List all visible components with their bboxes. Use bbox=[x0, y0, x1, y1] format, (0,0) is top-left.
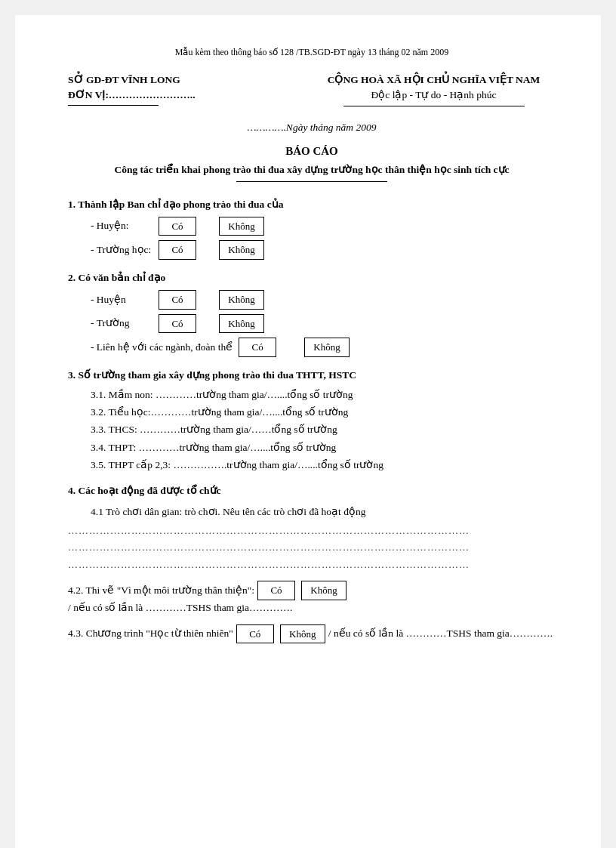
section3-item3: 3.3. THCS: …………trường tham gia/……tổng số… bbox=[91, 422, 556, 437]
section4-item42-co[interactable]: Có bbox=[257, 581, 295, 600]
report-subtitle: Công tác triển khai phong trào thi đua x… bbox=[68, 162, 556, 177]
country-underline bbox=[343, 106, 525, 106]
country-motto: Độc lập - Tự do - Hạnh phúc bbox=[312, 88, 556, 103]
date-line: ………….Ngày tháng năm 2009 bbox=[68, 120, 556, 135]
section1-row2: - Trường học: Có Không bbox=[91, 240, 556, 260]
report-title: BÁO CÁO bbox=[68, 143, 556, 160]
org-unit: ĐƠN VỊ:…………………….. bbox=[68, 88, 312, 103]
date-text: ………….Ngày tháng năm 2009 bbox=[247, 122, 376, 133]
section2-row2-co[interactable]: Có bbox=[159, 314, 196, 334]
org-name: SỞ GD-ĐT VĨNH LONG bbox=[68, 72, 312, 88]
section2-lienhe-row: - Liên hệ với các ngành, đoàn thể Có Khô… bbox=[91, 338, 556, 357]
page: Mẫu kèm theo thông báo số 128 /TB.SGD-ĐT… bbox=[15, 15, 601, 848]
section2-row1-label: - Huyện bbox=[91, 292, 159, 307]
section2-row1-khong[interactable]: Không bbox=[219, 290, 264, 310]
org-header: SỞ GD-ĐT VĨNH LONG ĐƠN VỊ:…………………….. CỘN… bbox=[68, 72, 556, 106]
title-underline bbox=[236, 181, 387, 182]
section1-row2-khong[interactable]: Không bbox=[219, 240, 264, 260]
section1-row1-khong[interactable]: Không bbox=[219, 217, 264, 236]
org-underline bbox=[68, 105, 159, 106]
section1-title: 1. Thành lập Ban chỉ đạo phong trào thi … bbox=[68, 197, 556, 212]
section3-item5: 3.5. THPT cấp 2,3: …………….trường tham gia… bbox=[91, 458, 556, 473]
section3-item2: 3.2. Tiểu học:…………trường tham gia/…....t… bbox=[91, 405, 556, 420]
section4-item43-suffix: / nếu có số lần là …………TSHS tham gia…………… bbox=[328, 626, 553, 641]
section1-row1: - Huyện: Có Không bbox=[91, 217, 556, 236]
section1-row1-co[interactable]: Có bbox=[159, 217, 196, 236]
section4-dots2: …………………………………………………………………………………………………… bbox=[68, 540, 556, 555]
org-left: SỞ GD-ĐT VĨNH LONG ĐƠN VỊ:…………………….. bbox=[68, 72, 312, 106]
section3-item4: 3.4. THPT: …………trường tham gia/…....tổng… bbox=[91, 440, 556, 455]
section2-row2-khong[interactable]: Không bbox=[219, 314, 264, 334]
section2-lienhe-khong[interactable]: Không bbox=[304, 338, 350, 357]
section4-item41: 4.1 Trò chơi dân gian: trò chơi. Nêu tên… bbox=[91, 504, 556, 520]
section4-item42-suffix: / nếu có số lần là …………TSHS tham gia…………… bbox=[68, 600, 292, 615]
section4-item42-block: 4.2. Thi vẽ "Vì một môi trường thân thiệ… bbox=[68, 581, 556, 615]
section4-title: 4. Các hoạt động đã được tổ chức bbox=[68, 483, 556, 498]
section3-title: 3. Số trường tham gia xây dựng phong trà… bbox=[68, 368, 556, 383]
section1-row1-label: - Huyện: bbox=[91, 218, 159, 233]
section2-row2-label: - Trường bbox=[91, 316, 159, 331]
section4-item43-co[interactable]: Có bbox=[236, 624, 274, 644]
section2-title: 2. Có văn bản chỉ đạo bbox=[68, 270, 556, 285]
org-right: CỘNG HOÀ XÃ HỘI CHỦ NGHĨA VIỆT NAM Độc l… bbox=[312, 72, 556, 106]
country-title: CỘNG HOÀ XÃ HỘI CHỦ NGHĨA VIỆT NAM bbox=[312, 72, 556, 88]
section2-row1-co[interactable]: Có bbox=[159, 290, 196, 310]
section2-lienhe-co[interactable]: Có bbox=[239, 338, 276, 357]
section2-lienhe-label: - Liên hệ với các ngành, đoàn thể bbox=[91, 340, 233, 355]
section4-item43-khong[interactable]: Không bbox=[280, 624, 325, 644]
section4-item42-prefix: 4.2. Thi vẽ "Vì một môi trường thân thiệ… bbox=[68, 583, 254, 598]
section4-dots3: …………………………………………………………………………………………………… bbox=[68, 557, 556, 572]
section1-row2-label: - Trường học: bbox=[91, 242, 159, 257]
section4-item43-row: 4.3. Chương trình "Học từ thiên nhiên" C… bbox=[68, 624, 556, 644]
section4-item43-block: 4.3. Chương trình "Học từ thiên nhiên" C… bbox=[68, 624, 556, 644]
section2-row2: - Trường Có Không bbox=[91, 314, 556, 334]
section4-item42-row: 4.2. Thi vẽ "Vì một môi trường thân thiệ… bbox=[68, 581, 556, 615]
section2-row1: - Huyện Có Không bbox=[91, 290, 556, 310]
section4-item43-prefix: 4.3. Chương trình "Học từ thiên nhiên" bbox=[68, 626, 233, 641]
section3-item1: 3.1. Mầm non: …………trường tham gia/…....t… bbox=[91, 387, 556, 402]
section4-item42-khong[interactable]: Không bbox=[301, 581, 346, 600]
header-note: Mẫu kèm theo thông báo số 128 /TB.SGD-ĐT… bbox=[68, 45, 556, 59]
section1-row2-co[interactable]: Có bbox=[159, 240, 196, 260]
section4-dots1: …………………………………………………………………………………………………… bbox=[68, 523, 556, 538]
